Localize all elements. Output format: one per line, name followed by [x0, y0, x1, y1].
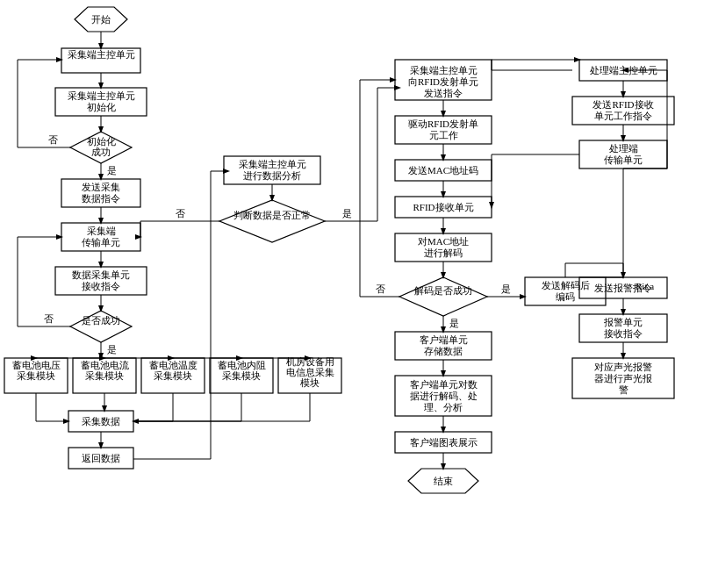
- rfid-recv-label: RFID接收单元: [413, 202, 473, 212]
- svg-text:传输单元: 传输单元: [82, 237, 120, 247]
- svg-text:是: 是: [107, 344, 117, 355]
- svg-text:进行解码: 进行解码: [424, 247, 463, 258]
- battery-temp-label: 蓄电池温度: [149, 360, 198, 370]
- alarm-recv-label: 报警单元: [603, 317, 643, 327]
- svg-text:是: 是: [107, 165, 117, 176]
- collect-master-label: 采集端主控单元: [68, 49, 135, 60]
- svg-text:成功: 成功: [91, 147, 111, 157]
- svg-text:是: 是: [342, 208, 352, 219]
- svg-text:元工作: 元工作: [429, 130, 458, 140]
- svg-text:据进行解码、处: 据进行解码、处: [410, 391, 478, 401]
- collect-init-label: 采集端主控单元: [68, 90, 135, 101]
- svg-text:向RFID发射单元: 向RFID发射单元: [408, 76, 478, 87]
- decode-success-label: 解码是否成功: [414, 285, 472, 296]
- svg-text:采集模块: 采集模块: [85, 370, 124, 381]
- svg-text:发送指令: 发送指令: [424, 88, 463, 98]
- battery-resistance-label: 蓄电池内阻: [218, 360, 266, 370]
- svg-text:传输单元: 传输单元: [604, 154, 643, 165]
- data-collect-recv-label: 数据采集单元: [72, 269, 130, 280]
- battery-current-label: 蓄电池电流: [81, 360, 129, 370]
- svg-text:初始化: 初始化: [87, 102, 116, 112]
- send-decoded-label: 发送解码后: [542, 280, 590, 290]
- collect-transfer-label: 采集端: [87, 226, 116, 236]
- client-display-label: 客户端图表展示: [410, 437, 478, 448]
- end-label: 结束: [434, 476, 453, 486]
- process-transfer-label: 处理端: [609, 143, 638, 154]
- svg-text:采集模块: 采集模块: [17, 370, 55, 381]
- svg-text:是: 是: [449, 318, 459, 328]
- collect-master-analyze-label: 采集端主控单元: [239, 159, 306, 169]
- svg-text:否: 否: [44, 313, 54, 324]
- svg-text:电信息采集: 电信息采集: [286, 367, 334, 377]
- svg-marker-67: [219, 200, 325, 242]
- send-collect-cmd-label: 发送采集: [82, 182, 120, 192]
- svg-text:器进行声光报: 器进行声光报: [594, 373, 652, 384]
- svg-text:是: 是: [501, 283, 511, 294]
- svg-text:模块: 模块: [300, 377, 320, 388]
- collect-data-label: 采集数据: [82, 416, 120, 427]
- drive-rfid-label: 驱动RFID发射单: [408, 118, 478, 129]
- svg-text:理、分析: 理、分析: [424, 402, 463, 412]
- start-label: 开始: [91, 14, 111, 25]
- rit-a-annotation: Rit a: [636, 281, 654, 291]
- svg-text:否: 否: [48, 134, 58, 145]
- svg-text:单元工作指令: 单元工作指令: [594, 111, 652, 121]
- svg-text:数据指令: 数据指令: [82, 193, 120, 204]
- svg-text:否: 否: [376, 283, 385, 294]
- svg-text:进行数据分析: 进行数据分析: [243, 170, 301, 181]
- init-success-label: 初始化: [87, 136, 116, 147]
- alarm-response-label: 对应声光报警: [594, 362, 652, 372]
- client-decode-label: 客户端单元对数: [410, 379, 478, 390]
- is-success-label: 是否成功: [82, 315, 120, 326]
- svg-marker-91: [399, 277, 487, 316]
- svg-text:接收指令: 接收指令: [604, 328, 643, 339]
- svg-text:否: 否: [176, 208, 185, 219]
- svg-text:编码: 编码: [556, 291, 575, 302]
- svg-text:接收指令: 接收指令: [82, 281, 120, 291]
- svg-text:存储数据: 存储数据: [424, 346, 463, 356]
- judge-data-label: 判断数据是否正常: [233, 210, 311, 220]
- decode-mac-label: 对MAC地址: [418, 236, 469, 247]
- return-data-label: 返回数据: [82, 453, 120, 463]
- collect-rfid-send-label: 采集端主控单元: [410, 65, 478, 75]
- flowchart-diagram: 开始 采集端主控单元 采集端主控单元 初始化 初始化 成功 否 是 发送采集 数…: [0, 0, 711, 588]
- svg-text:警: 警: [619, 384, 628, 395]
- svg-text:采集模块: 采集模块: [222, 370, 261, 381]
- client-store-label: 客户端单元: [420, 334, 468, 345]
- send-mac-label: 发送MAC地址码: [408, 165, 478, 176]
- battery-voltage-label: 蓄电池电压: [12, 360, 61, 370]
- send-rfid-recv-cmd-label: 发送RFID接收: [592, 99, 653, 110]
- svg-text:采集模块: 采集模块: [154, 370, 192, 381]
